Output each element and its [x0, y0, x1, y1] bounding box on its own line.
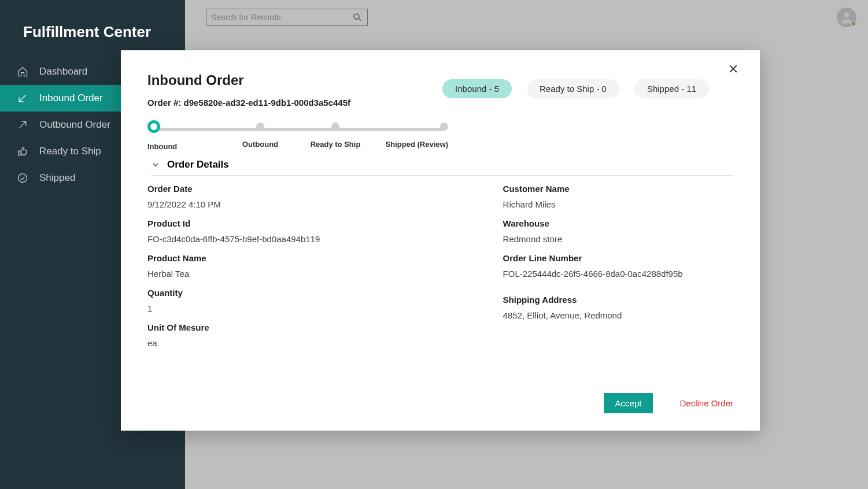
order-details: Order Date 9/12/2022 4:10 PM Product Id … [147, 184, 733, 357]
value-shipping-address: 4852, Elliot, Avenue, Redmond [503, 310, 733, 320]
step-label: Ready to Ship [311, 140, 361, 149]
label-uom: Unit Of Mesure [147, 323, 428, 332]
label-order-line-number: Order Line Number [503, 253, 733, 263]
inbound-order-modal: Inbound Order Order #: d9e5820e-ad32-ed1… [121, 50, 760, 431]
svg-point-0 [19, 174, 27, 183]
value-quantity: 1 [147, 303, 428, 313]
status-chips: Inbound - 5 Ready to Ship - 0 Shipped - … [442, 79, 709, 98]
sidebar-item-label: Ready to Ship [39, 146, 101, 157]
value-warehouse: Redmond store [503, 234, 733, 244]
decline-order-link[interactable]: Decline Order [679, 398, 733, 408]
close-button[interactable] [727, 63, 739, 77]
section-order-details[interactable]: Order Details [151, 159, 733, 176]
step-outbound: Outbound [223, 123, 298, 151]
value-order-date: 9/12/2022 4:10 PM [147, 199, 428, 209]
value-order-line-number: FOL-225444dc-26f5-4666-8da0-0ac4288df95b [503, 269, 733, 279]
step-label: Inbound [147, 142, 177, 151]
step-inbound: Inbound [147, 123, 223, 151]
label-warehouse: Warehouse [503, 218, 733, 228]
sidebar-item-label: Outbound Order [39, 119, 110, 131]
arrow-up-right-icon [16, 118, 29, 131]
step-node [440, 123, 448, 131]
modal-title: Inbound Order [147, 72, 350, 88]
value-product-id: FO-c3d4c0da-6ffb-4575-b9ef-bd0aa494b119 [147, 234, 428, 244]
sidebar-item-label: Inbound Order [39, 92, 103, 104]
chip-shipped[interactable]: Shipped - 11 [634, 79, 709, 98]
label-product-name: Product Name [147, 253, 428, 263]
chip-ready-to-ship[interactable]: Ready to Ship - 0 [527, 79, 619, 98]
thumbs-up-icon [16, 145, 29, 158]
value-customer: Richard Miles [503, 199, 733, 209]
label-product-id: Product Id [147, 218, 428, 228]
accept-button[interactable]: Accept [604, 393, 653, 413]
modal-header: Inbound Order Order #: d9e5820e-ad32-ed1… [147, 72, 733, 108]
step-node-active [147, 120, 160, 133]
step-node [256, 123, 264, 131]
step-ready: Ready to Ship [298, 123, 373, 151]
modal-footer: Accept Decline Order [604, 393, 733, 413]
sidebar-item-label: Shipped [39, 172, 75, 184]
progress-stepper: Inbound Outbound Ready to Ship Shipped (… [147, 123, 448, 151]
home-icon [16, 65, 29, 78]
step-label: Outbound [242, 140, 278, 149]
arrow-down-left-icon [16, 92, 29, 105]
order-number: Order #: d9e5820e-ad32-ed11-9db1-000d3a5… [147, 98, 350, 108]
value-uom: ea [147, 338, 428, 348]
app-title: Fulfillment Center [0, 0, 185, 58]
label-shipping-address: Shipping Address [503, 295, 733, 305]
step-shipped: Shipped (Review) [373, 123, 448, 151]
step-label: Shipped (Review) [386, 140, 448, 149]
value-product-name: Herbal Tea [147, 269, 428, 279]
sidebar-item-label: Dashboard [39, 66, 87, 77]
chevron-down-icon [151, 160, 160, 169]
section-title: Order Details [167, 159, 229, 171]
chip-inbound[interactable]: Inbound - 5 [442, 79, 512, 98]
step-node [331, 123, 339, 131]
check-circle-icon [16, 172, 29, 184]
label-quantity: Quantity [147, 288, 428, 298]
label-customer: Customer Name [503, 184, 733, 194]
label-order-date: Order Date [147, 184, 428, 194]
